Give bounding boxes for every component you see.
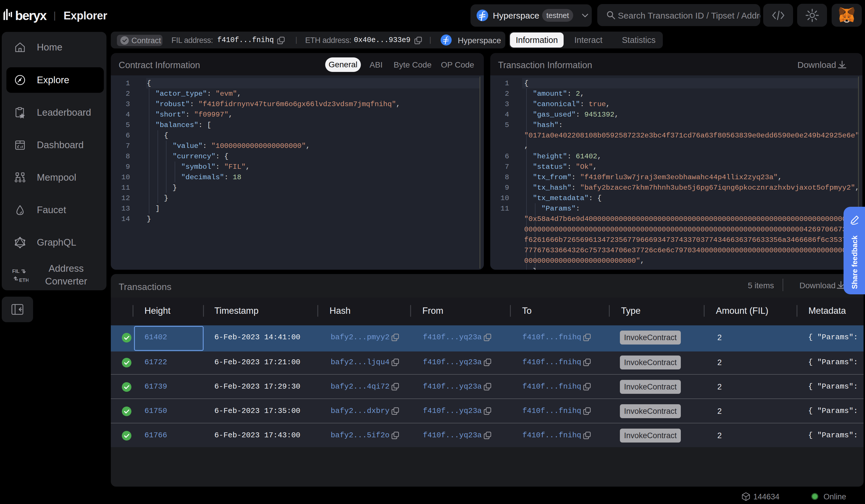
svg-text:ETH: ETH xyxy=(19,278,28,282)
svg-text:FIL: FIL xyxy=(12,269,20,274)
